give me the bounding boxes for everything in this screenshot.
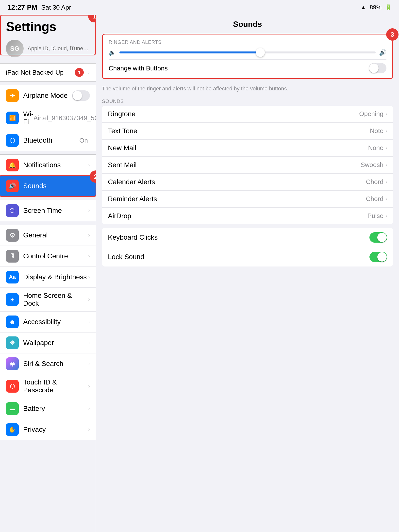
sidebar-item-display[interactable]: Aa Display & Brightness › [0,267,96,288]
sidebar-item-notifications[interactable]: 🔔 Notifications › [0,155,96,176]
sounds-list: Ringtone Opening › Text Tone Note › New … [102,106,393,224]
settings-title: Settings [6,20,90,34]
sound-item-ringtone[interactable]: Ringtone Opening › [102,106,393,123]
volume-slider-track[interactable] [119,51,376,53]
reminderalerts-value: Chord [366,195,383,203]
sidebar-item-controlcentre[interactable]: 🎛 Control Centre › [0,246,96,267]
calendaralerts-right: Chord › [366,178,387,186]
airdrop-value: Pulse [367,212,383,220]
sounds-item-wrapper: 2 🔊 Sounds [0,176,96,196]
general-label: General [23,231,88,239]
right-panel-title: Sounds [233,20,262,29]
privacy-icon: ✋ [6,423,19,436]
airplane-toggle[interactable] [72,90,90,101]
sidebar-header: Settings [0,15,96,36]
battery-icon: ▬ [6,402,19,415]
status-bar: 12:27 PM Sat 30 Apr ▲ 89% 🔋 [0,0,399,15]
slider-row[interactable]: 🔈 🔊 [109,49,386,56]
display-icon: Aa [6,271,19,283]
wifi-icon: ▲ [360,4,366,11]
privacy-chevron: › [88,426,90,433]
sidebar-item-sounds[interactable]: 🔊 Sounds [0,176,96,196]
sounds-icon: 🔊 [6,180,19,192]
sidebar-item-screentime[interactable]: ⏱ Screen Time › [0,200,96,221]
touchid-icon: ⬡ [6,380,19,393]
sidebar-item-general[interactable]: ⚙ General › [0,225,96,246]
sound-item-reminderalerts[interactable]: Reminder Alerts Chord › [102,191,393,208]
homescreen-chevron: › [88,296,90,303]
controlcentre-icon: 🎛 [6,250,19,263]
wallpaper-chevron: › [88,340,90,346]
sound-item-sentmail[interactable]: Sent Mail Swoosh › [102,157,393,174]
ringtone-chevron: › [385,111,387,117]
controlcentre-chevron: › [88,253,90,259]
sentmail-value: Swoosh [361,161,383,169]
volume-low-icon: 🔈 [109,49,116,56]
sound-item-texttone[interactable]: Text Tone Note › [102,123,393,140]
screentime-icon: ⏱ [6,204,19,217]
toggle-item-keyboard[interactable]: Keyboard Clicks [102,228,393,247]
notifications-chevron: › [88,162,90,168]
airdrop-label: AirDrop [108,212,131,220]
annotation-box-3-wrapper: 3 RINGER AND ALERTS 🔈 🔊 Change with Butt… [102,34,393,79]
status-time: 12:27 PM [7,3,37,11]
texttone-value: Note [370,127,383,135]
sound-item-airdrop[interactable]: AirDrop Pulse › [102,208,393,224]
reminderalerts-label: Reminder Alerts [108,195,157,203]
texttone-right: Note › [370,127,387,135]
sound-item-newmail[interactable]: New Mail None › [102,140,393,157]
newmail-label: New Mail [108,144,136,152]
battery-label: Battery [23,405,88,413]
sound-item-calendaralerts[interactable]: Calendar Alerts Chord › [102,174,393,191]
newmail-right: None › [368,144,387,152]
airdrop-chevron: › [385,213,387,219]
user-profile[interactable]: SG Apple ID, iCloud, iTunes & App St... [0,36,96,61]
sidebar-item-accessibility[interactable]: ☻ Accessibility › [0,312,96,332]
sidebar-item-siri[interactable]: ◉ Siri & Search › [0,353,96,374]
accessibility-chevron: › [88,319,90,325]
lock-sound-toggle[interactable] [369,252,387,262]
sidebar-inner: 1 Settings SG Apple ID, iCloud, iTunes &… [0,15,96,61]
settings-group-connectivity: ✈ Airplane Mode 📶 Wi-Fi Airtel_916303734… [0,85,96,151]
ringer-title: RINGER AND ALERTS [109,39,386,45]
sidebar-item-wallpaper[interactable]: ❋ Wallpaper › [0,332,96,353]
right-panel: Sounds 3 RINGER AND ALERTS 🔈 🔊 [96,15,399,532]
sounds-section-title: SOUNDS [96,96,399,106]
calendaralerts-label: Calendar Alerts [108,178,155,186]
siri-chevron: › [88,361,90,367]
toggle-list: Keyboard Clicks Lock Sound [102,228,393,266]
keyboard-clicks-toggle[interactable] [369,232,387,243]
settings-group-general: ⚙ General › 🎛 Control Centre › Aa Displa… [0,225,96,440]
right-header: Sounds [96,15,399,31]
ringtone-value: Opening [359,110,383,118]
ringer-section: RINGER AND ALERTS 🔈 🔊 Change with Button… [103,34,392,78]
toggle-item-locksound[interactable]: Lock Sound [102,247,393,266]
texttone-label: Text Tone [108,127,137,135]
sentmail-right: Swoosh › [361,161,387,169]
airplane-label: Airplane Mode [23,92,72,100]
wifi-value: Airtel_9163037349_5GHz [33,114,96,122]
sidebar-item-touchid[interactable]: ⬡ Touch ID & Passcode › [0,374,96,398]
screentime-chevron: › [88,207,90,214]
sidebar-item-battery[interactable]: ▬ Battery › [0,398,96,419]
sidebar-item-privacy[interactable]: ✋ Privacy › [0,419,96,440]
ringtone-label: Ringtone [108,110,135,118]
newmail-value: None [368,144,383,152]
keyboard-toggle-knob [377,233,387,242]
general-chevron: › [88,232,90,238]
sidebar-item-homescreen[interactable]: ⊞ Home Screen & Dock › [0,288,96,312]
sidebar-scroll[interactable]: iPad Not Backed Up 1 › ✈ Airplane Mode 📶… [0,61,96,532]
volume-high-icon: 🔊 [379,49,386,56]
sidebar-item-bluetooth[interactable]: ⬡ Bluetooth On [0,130,96,151]
user-info: Apple ID, iCloud, iTunes & App St... [28,45,90,52]
change-with-buttons-toggle[interactable] [369,63,386,73]
bluetooth-value: On [79,137,88,144]
siri-label: Siri & Search [23,360,88,368]
sidebar-item-wifi[interactable]: 📶 Wi-Fi Airtel_9163037349_5GHz › [0,106,96,130]
backup-warning[interactable]: iPad Not Backed Up 1 › [0,63,96,82]
user-subtitle: Apple ID, iCloud, iTunes & App St... [28,45,90,52]
sounds-label: Sounds [23,182,90,190]
backup-chevron: › [88,69,90,76]
sidebar-item-airplane[interactable]: ✈ Airplane Mode [0,85,96,106]
volume-slider-thumb[interactable] [256,48,265,57]
